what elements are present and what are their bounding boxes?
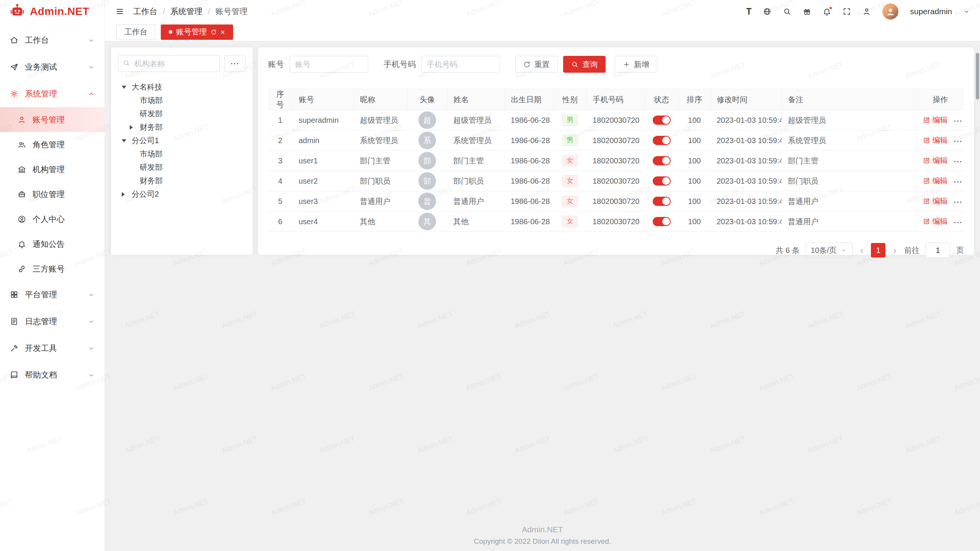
fullscreen-icon[interactable] <box>843 7 851 16</box>
cell-status <box>645 130 678 151</box>
scrollbar-thumb[interactable] <box>976 53 979 99</box>
username-label[interactable]: superadmin <box>910 7 952 16</box>
status-toggle[interactable] <box>653 116 671 125</box>
sidebar-item-label: 工作台 <box>25 35 82 46</box>
status-toggle[interactable] <box>653 156 671 165</box>
sidebar-item-notice[interactable]: 通知公告 <box>0 231 105 256</box>
cell-index: 1 <box>268 110 292 130</box>
next-page-button[interactable]: › <box>892 245 898 255</box>
status-toggle[interactable] <box>653 176 671 186</box>
globe-icon[interactable] <box>763 7 771 16</box>
chevron-down-icon[interactable] <box>964 9 969 15</box>
row-avatar: 普 <box>418 192 436 210</box>
page-footer: Admin.NET Copyright © 2022 Dilon All rig… <box>105 525 980 546</box>
table-row: 4user2部门职员部部门职员1986-06-28女18020030720100… <box>268 171 964 191</box>
row-more-button[interactable]: ··· <box>954 157 963 166</box>
edit-button[interactable]: 编辑 <box>923 196 948 206</box>
sidebar-item-system-management[interactable]: 系统管理 <box>0 80 105 107</box>
notification-bell-icon[interactable] <box>823 7 831 16</box>
sidebar-item-dev-tools[interactable]: 开发工具 <box>0 335 105 362</box>
sidebar-item-account-management[interactable]: 账号管理 <box>0 107 105 132</box>
cell-phone: 18020030720 <box>586 212 645 232</box>
row-more-button[interactable]: ··· <box>954 137 963 145</box>
row-avatar: 系 <box>418 132 436 149</box>
gift-icon[interactable] <box>803 7 811 16</box>
search-button[interactable]: 查询 <box>563 56 606 73</box>
phone-input[interactable] <box>421 56 500 73</box>
status-toggle[interactable] <box>653 217 671 226</box>
reset-button[interactable]: 重置 <box>515 56 558 73</box>
cell-index: 4 <box>268 171 292 191</box>
status-toggle[interactable] <box>653 136 671 145</box>
tree-node-label: 大名科技 <box>132 82 162 92</box>
sidebar-item-personal-center[interactable]: 个人中心 <box>0 207 105 231</box>
caret-down-icon[interactable] <box>122 139 132 142</box>
edit-button[interactable]: 编辑 <box>923 155 948 166</box>
sidebar-item-position-management[interactable]: 职位管理 <box>0 182 105 207</box>
caret-right-icon[interactable] <box>130 125 140 130</box>
sidebar-item-workbench[interactable]: 工作台 <box>0 27 105 54</box>
sidebar-item-third-party-account[interactable]: 三方账号 <box>0 256 105 281</box>
tab-account-management[interactable]: 账号管理 × <box>161 24 233 40</box>
tree-node[interactable]: 分公司2 <box>118 187 246 201</box>
edit-button[interactable]: 编辑 <box>923 135 948 145</box>
close-icon[interactable]: × <box>220 29 225 35</box>
tree-node[interactable]: 市场部 <box>118 147 246 161</box>
org-more-button[interactable]: ··· <box>224 55 246 72</box>
breadcrumb-separator: / <box>163 7 165 16</box>
sidebar-item-role-management[interactable]: 角色管理 <box>0 132 105 157</box>
row-more-button[interactable]: ··· <box>954 198 963 206</box>
page-size-select[interactable]: 10条/页 <box>806 243 853 258</box>
hamburger-menu-icon[interactable] <box>116 7 124 16</box>
profile-outline-icon[interactable] <box>862 7 871 16</box>
breadcrumb-item[interactable]: 工作台 <box>133 6 157 17</box>
sidebar-item-org-management[interactable]: 机构管理 <box>0 157 105 182</box>
sidebar-item-log-management[interactable]: 日志管理 <box>0 308 105 335</box>
font-size-icon[interactable]: T <box>746 7 751 16</box>
caret-down-icon[interactable] <box>122 86 132 89</box>
tree-node[interactable]: 大名科技 <box>118 80 246 94</box>
tree-node[interactable]: 财务部 <box>118 121 246 134</box>
org-search-input[interactable] <box>118 55 220 72</box>
chevron-down-icon <box>88 64 95 70</box>
home-icon <box>10 36 18 44</box>
cell-birthdate: 1986-06-28 <box>505 191 554 212</box>
edit-button[interactable]: 编辑 <box>923 176 948 186</box>
edit-button[interactable]: 编辑 <box>923 115 948 125</box>
cell-birthdate: 1986-06-28 <box>505 171 554 191</box>
page-number-button[interactable]: 1 <box>871 243 885 258</box>
sidebar-item-business-test[interactable]: 业务测试 <box>0 54 105 80</box>
tree-node[interactable]: 财务部 <box>118 174 246 187</box>
add-button[interactable]: 新增 <box>615 56 657 73</box>
goto-page-input[interactable] <box>926 243 950 258</box>
sidebar-item-label: 系统管理 <box>25 88 82 99</box>
caret-right-icon[interactable] <box>122 192 132 197</box>
account-input[interactable] <box>289 56 368 73</box>
breadcrumb-item[interactable]: 系统管理 <box>170 6 203 17</box>
tree-node[interactable]: 分公司1 <box>118 134 246 147</box>
edit-button[interactable]: 编辑 <box>923 216 948 227</box>
edit-icon <box>923 137 930 144</box>
user-avatar[interactable] <box>882 3 898 20</box>
cell-sort: 100 <box>678 130 710 151</box>
sidebar-item-platform-management[interactable]: 平台管理 <box>0 281 105 308</box>
refresh-icon[interactable] <box>211 29 217 35</box>
org-search <box>118 55 220 72</box>
tree-node[interactable]: 研发部 <box>118 161 246 174</box>
tab-workbench[interactable]: 工作台 <box>116 24 155 40</box>
cell-phone: 18020030720 <box>586 171 645 191</box>
tree-node[interactable]: 研发部 <box>118 107 246 121</box>
row-more-button[interactable]: ··· <box>954 178 963 186</box>
search-icon[interactable] <box>783 7 791 16</box>
sidebar-item-help-docs[interactable]: 帮助文档 <box>0 362 105 388</box>
gender-tag: 女 <box>562 216 578 227</box>
gender-tag: 女 <box>562 175 578 187</box>
cell-actions: 编辑··· <box>916 212 964 232</box>
cell-birthdate: 1986-06-28 <box>505 110 554 130</box>
status-toggle[interactable] <box>653 197 671 206</box>
row-more-button[interactable]: ··· <box>954 218 963 227</box>
prev-page-button[interactable]: ‹ <box>859 245 865 255</box>
cell-actions: 编辑··· <box>916 110 964 130</box>
row-more-button[interactable]: ··· <box>954 117 963 125</box>
tree-node[interactable]: 市场部 <box>118 94 246 107</box>
